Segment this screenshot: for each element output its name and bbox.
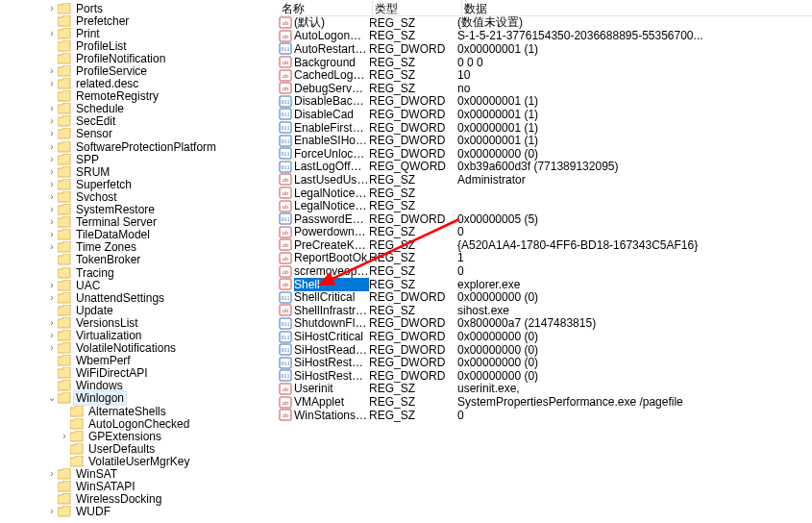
tree-item-srum[interactable]: ›SRUM (10, 165, 279, 178)
value-row[interactable]: 011SiHostRestartC...REG_DWORD0x00000000 … (279, 356, 812, 369)
tree-item-volatileusermgrkey[interactable]: ·VolatileUserMgrKey (10, 455, 279, 467)
chevron-right-icon[interactable]: › (47, 142, 57, 152)
value-row[interactable]: abBackgroundREG_SZ0 0 0 (279, 56, 812, 69)
chevron-down-icon[interactable]: ⌄ (47, 393, 57, 403)
value-row[interactable]: 011ShellCriticalREG_DWORD0x00000000 (0) (279, 290, 812, 304)
tree-item-wbemperf[interactable]: ·WbemPerf (10, 355, 279, 367)
tree-item-ports[interactable]: ›Ports (10, 2, 279, 14)
tree-item-schedule[interactable]: ›Schedule (10, 103, 279, 115)
value-row[interactable]: 011SiHostReadyTi...REG_DWORD0x00000000 (… (279, 343, 812, 357)
chevron-right-icon[interactable]: › (47, 230, 57, 239)
chevron-right-icon[interactable]: › (47, 155, 57, 164)
tree-item-userdefaults[interactable]: ·UserDefaults (10, 442, 279, 455)
chevron-right-icon[interactable]: › (47, 507, 57, 516)
value-row[interactable]: 011SiHostRestartTi...REG_DWORD0x00000000… (279, 369, 812, 383)
value-row[interactable]: 011AutoRestartShellREG_DWORD0x00000001 (… (279, 42, 812, 56)
tree-item-time-zones[interactable]: ›Time Zones (10, 241, 279, 254)
tree-item-tiledatamodel[interactable]: ›TileDataModel (10, 229, 279, 241)
value-row[interactable]: abLegalNoticeCap...REG_SZ (279, 187, 812, 200)
tree-item-secedit[interactable]: ›SecEdit (10, 115, 279, 128)
tree-item-tokenbroker[interactable]: ·TokenBroker (10, 254, 279, 266)
tree-item-gpextensions[interactable]: ›GPExtensions (10, 430, 279, 442)
value-row[interactable]: 011LastLogOffEndT...REG_QWORD0xb39a600d3… (279, 161, 812, 174)
chevron-right-icon[interactable]: › (47, 4, 57, 13)
value-row[interactable]: ab(默认)REG_SZ(数值未设置) (279, 16, 812, 30)
value-row[interactable]: abShellREG_SZexplorer.exe (279, 278, 812, 291)
tree-item-profilenotification[interactable]: ·ProfileNotification (10, 52, 279, 64)
tree-item-wifidirectapi[interactable]: ·WiFiDirectAPI (10, 367, 279, 380)
value-row[interactable]: abPowerdownAfte...REG_SZ0 (279, 226, 812, 239)
value-row[interactable]: 011DisableBackBut...REG_DWORD0x00000001 … (279, 95, 812, 109)
tree-item-systemrestore[interactable]: ›SystemRestore (10, 204, 279, 216)
tree-item-spp[interactable]: ›SPP (10, 153, 279, 165)
registry-values-list[interactable]: 名称 类型 数据 ab(默认)REG_SZ(数值未设置)abAutoLogonS… (279, 0, 812, 523)
col-header-type[interactable]: 类型 (373, 1, 462, 17)
tree-item-print[interactable]: ›Print (10, 27, 279, 39)
chevron-right-icon[interactable]: › (47, 331, 57, 340)
value-row[interactable]: abCachedLogons...REG_SZ10 (279, 68, 812, 82)
value-row[interactable]: abUserinitREG_SZuserinit.exe, (279, 383, 812, 396)
chevron-right-icon[interactable]: › (47, 242, 57, 252)
tree-item-update[interactable]: ·Update (10, 304, 279, 316)
chevron-right-icon[interactable]: › (47, 79, 57, 88)
chevron-right-icon[interactable]: › (60, 432, 69, 441)
value-row[interactable]: 011ShutdownFlagsREG_DWORD0x800000a7 (214… (279, 317, 812, 331)
tree-item-unattendsettings[interactable]: ›UnattendSettings (10, 291, 279, 304)
tree-item-wudf[interactable]: ›WUDF (10, 506, 279, 518)
tree-item-profilelist[interactable]: ·ProfileList (10, 39, 279, 52)
tree-item-volatilenotifications[interactable]: ›VolatileNotifications (10, 342, 279, 355)
chevron-right-icon[interactable]: › (47, 318, 57, 328)
tree-item-sensor[interactable]: ›Sensor (10, 128, 279, 140)
value-row[interactable]: 011EnableSIHostIn...REG_DWORD0x00000001 … (279, 134, 812, 147)
value-row[interactable]: abVMAppletREG_SZSystemPropertiesPerforma… (279, 395, 812, 409)
chevron-right-icon[interactable]: › (47, 66, 57, 76)
value-row[interactable]: abLegalNoticeTextREG_SZ (279, 199, 812, 212)
value-row[interactable]: abPreCreateKnow...REG_SZ{A520A1A4-1780-4… (279, 238, 812, 252)
tree-item-alternateshells[interactable]: ·AlternateShells (10, 405, 279, 417)
tree-item-virtualization[interactable]: ›Virtualization (10, 329, 279, 341)
chevron-right-icon[interactable]: › (47, 469, 57, 479)
value-row[interactable]: abscremoveoptionREG_SZ0 (279, 264, 812, 278)
tree-item-superfetch[interactable]: ›Superfetch (10, 178, 279, 190)
value-row[interactable]: abReportBootOkREG_SZ1 (279, 252, 812, 265)
value-row[interactable]: 011PasswordExpiry...REG_DWORD0x00000005 … (279, 212, 812, 226)
tree-item-svchost[interactable]: ›Svchost (10, 190, 279, 203)
tree-item-tracing[interactable]: ·Tracing (10, 266, 279, 279)
tree-item-terminal-server[interactable]: ›Terminal Server (10, 216, 279, 229)
chevron-right-icon[interactable]: › (47, 29, 57, 38)
tree-item-related-desc[interactable]: ›related.desc (10, 78, 279, 90)
tree-item-winsatapi[interactable]: ·WinSATAPI (10, 481, 279, 493)
tree-item-wirelessdocking[interactable]: ·WirelessDocking (10, 493, 279, 506)
value-row[interactable]: 011EnableFirstLogo...REG_DWORD0x00000001… (279, 121, 812, 135)
tree-item-profileservice[interactable]: ›ProfileService (10, 64, 279, 77)
tree-item-winlogon[interactable]: ⌄Winlogon (10, 392, 279, 405)
chevron-right-icon[interactable]: › (47, 116, 57, 126)
chevron-right-icon[interactable]: › (47, 343, 57, 353)
chevron-right-icon[interactable]: › (47, 293, 57, 303)
chevron-right-icon[interactable]: › (47, 180, 57, 189)
chevron-right-icon[interactable]: › (47, 281, 57, 290)
tree-item-softwareprotectionplatform[interactable]: ›SoftwareProtectionPlatform (10, 140, 279, 153)
tree-item-versionslist[interactable]: ›VersionsList (10, 316, 279, 329)
tree-item-winsat[interactable]: ›WinSAT (10, 467, 279, 480)
registry-tree[interactable]: ›Ports·Prefetcher›Print·ProfileList·Prof… (10, 0, 279, 523)
chevron-right-icon[interactable]: › (47, 205, 57, 214)
tree-item-prefetcher[interactable]: ·Prefetcher (10, 14, 279, 27)
chevron-right-icon[interactable]: › (47, 192, 57, 202)
value-row[interactable]: 011DisableCadREG_DWORD0x00000001 (1) (279, 108, 812, 121)
value-row[interactable]: abDebugServerCo...REG_SZno (279, 82, 812, 95)
tree-item-uac[interactable]: ›UAC (10, 279, 279, 291)
value-row[interactable]: 011ForceUnlockLo...REG_DWORD0x00000000 (… (279, 147, 812, 161)
value-row[interactable]: abAutoLogonSIDREG_SZS-1-5-21-3776154350-… (279, 30, 812, 43)
value-row[interactable]: 011SiHostCriticalREG_DWORD0x00000000 (0) (279, 330, 812, 343)
chevron-right-icon[interactable]: › (47, 217, 57, 227)
tree-item-windows[interactable]: ·Windows (10, 380, 279, 392)
value-row[interactable]: abLastUsedUsern...REG_SZAdministrator (279, 173, 812, 187)
tree-item-remoteregistry[interactable]: ·RemoteRegistry (10, 90, 279, 103)
tree-item-autologonchecked[interactable]: ·AutoLogonChecked (10, 417, 279, 430)
value-row[interactable]: abWinStationsDis...REG_SZ0 (279, 409, 812, 422)
chevron-right-icon[interactable]: › (47, 167, 57, 177)
value-row[interactable]: abShellInfrastruct...REG_SZsihost.exe (279, 304, 812, 317)
chevron-right-icon[interactable]: › (47, 129, 57, 138)
chevron-right-icon[interactable]: › (47, 104, 57, 113)
